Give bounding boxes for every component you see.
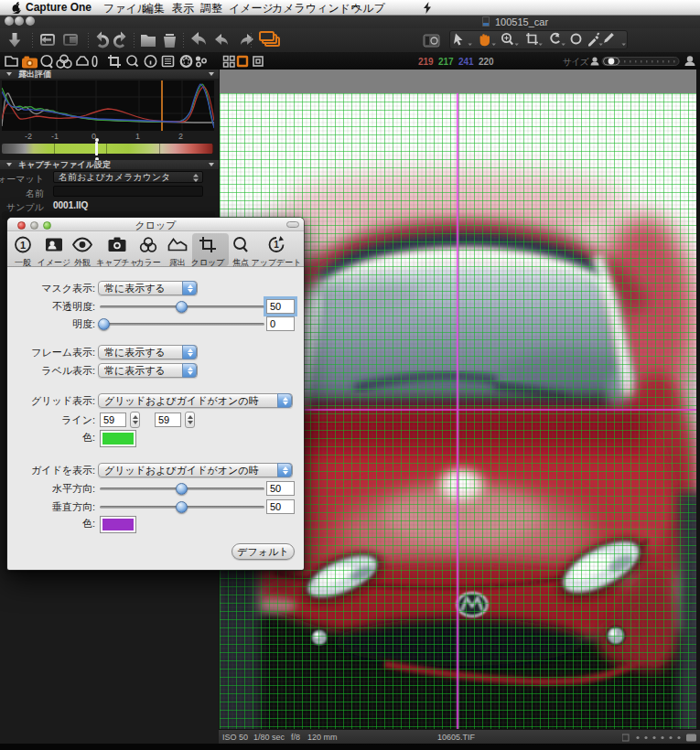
svg-text:219: 219 (418, 57, 434, 67)
svg-text:217: 217 (438, 57, 454, 67)
svg-text:241: 241 (458, 57, 474, 67)
svg-text:サイズ: サイズ (563, 57, 589, 67)
svg-text:1: 1 (20, 240, 26, 251)
svg-text:1: 1 (274, 240, 279, 250)
svg-text:220: 220 (479, 57, 494, 67)
